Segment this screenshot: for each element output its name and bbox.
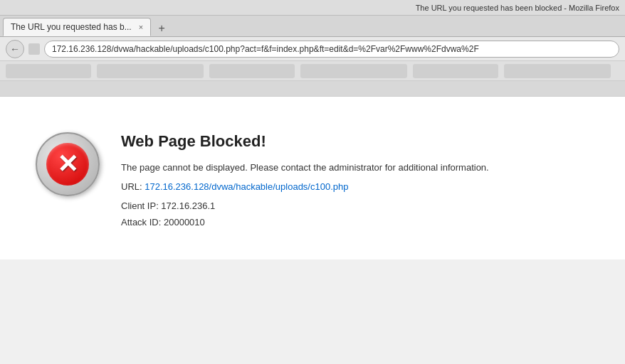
bookmark-item[interactable] xyxy=(209,64,295,78)
block-title: Web Page Blocked! xyxy=(121,132,589,151)
client-ip: Client IP: 172.16.236.1 xyxy=(121,198,589,214)
bookmarks-bar xyxy=(0,61,625,81)
active-tab[interactable]: The URL you requested has b... × xyxy=(3,18,151,36)
url-text: 172.16.236.128/dvwa/hackable/uploads/c10… xyxy=(52,44,479,54)
x-mark: ✕ xyxy=(57,151,78,177)
title-bar: The URL you requested has been blocked -… xyxy=(0,0,625,16)
x-circle: ✕ xyxy=(46,143,89,186)
tab-close-button[interactable]: × xyxy=(139,23,143,31)
tab-bar: The URL you requested has b... × + xyxy=(0,16,625,37)
attack-id: Attack ID: 20000010 xyxy=(121,214,589,230)
block-url-line: URL: 172.16.236.128/dvwa/hackable/upload… xyxy=(121,181,589,192)
tab-label: The URL you requested has b... xyxy=(11,22,132,32)
bookmark-item[interactable] xyxy=(6,64,91,78)
extra-toolbar xyxy=(0,81,625,97)
url-prefix: URL: xyxy=(121,181,145,192)
block-text-area: Web Page Blocked! The page cannot be dis… xyxy=(121,132,589,231)
page-content: ✕ Web Page Blocked! The page cannot be d… xyxy=(0,97,625,259)
url-bar[interactable]: 172.16.236.128/dvwa/hackable/uploads/c10… xyxy=(44,41,619,58)
bookmark-item[interactable] xyxy=(413,64,498,78)
bookmark-item[interactable] xyxy=(504,64,611,78)
window-title: The URL you requested has been blocked -… xyxy=(416,4,619,12)
bookmark-item[interactable] xyxy=(300,64,407,78)
block-message: The page cannot be displayed. Please con… xyxy=(121,162,589,173)
nav-bar: ← 172.16.236.128/dvwa/hackable/uploads/c… xyxy=(0,37,625,61)
bookmark-item[interactable] xyxy=(97,64,204,78)
url-link[interactable]: 172.16.236.128/dvwa/hackable/uploads/c10… xyxy=(145,181,348,192)
block-layout: ✕ Web Page Blocked! The page cannot be d… xyxy=(36,132,589,231)
block-client-info: Client IP: 172.16.236.1 Attack ID: 20000… xyxy=(121,198,589,231)
new-tab-button[interactable]: + xyxy=(154,21,169,36)
favicon xyxy=(28,43,40,55)
back-button[interactable]: ← xyxy=(6,40,24,58)
block-icon: ✕ xyxy=(36,132,100,196)
